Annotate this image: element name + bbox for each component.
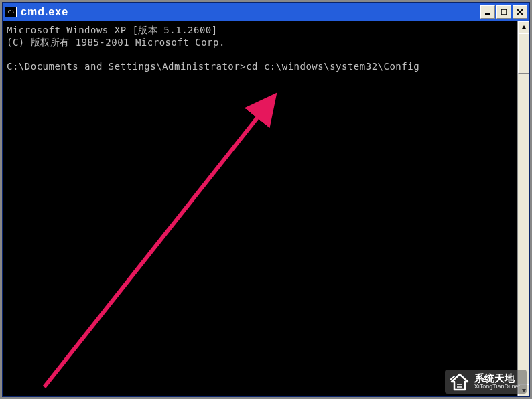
minimize-button[interactable] (480, 5, 495, 19)
watermark-text: 系统天地 XiTongTianDi.net (474, 373, 520, 390)
house-icon (449, 372, 470, 391)
console-command: cd c:\windows\system32\Config (246, 61, 419, 72)
svg-rect-0 (485, 13, 490, 15)
scroll-track[interactable] (518, 33, 529, 384)
cmd-icon: C:\ (5, 7, 17, 17)
watermark-url: XiTongTianDi.net (474, 383, 520, 390)
scroll-up-button[interactable] (518, 21, 529, 33)
maximize-button[interactable] (496, 5, 511, 19)
scroll-thumb[interactable] (518, 33, 529, 74)
close-button[interactable] (513, 5, 527, 19)
watermark: 系统天地 XiTongTianDi.net (445, 370, 527, 394)
console-line: (C) 版权所有 1985-2001 Microsoft Corp. (7, 37, 225, 48)
console-line: Microsoft Windows XP [版本 5.1.2600] (7, 25, 218, 35)
console-output[interactable]: Microsoft Windows XP [版本 5.1.2600] (C) 版… (3, 21, 517, 396)
console-prompt: C:\Documents and Settings\Administrator> (7, 61, 246, 72)
svg-rect-1 (501, 9, 507, 15)
vertical-scrollbar[interactable] (517, 21, 529, 396)
window-title: cmd.exe (21, 6, 480, 18)
console-area: Microsoft Windows XP [版本 5.1.2600] (C) 版… (3, 21, 529, 396)
cmd-window: C:\ cmd.exe Microsoft Windows XP [版本 5.1… (2, 2, 530, 397)
window-controls (480, 5, 527, 19)
titlebar[interactable]: C:\ cmd.exe (3, 3, 529, 21)
watermark-title: 系统天地 (474, 373, 520, 383)
